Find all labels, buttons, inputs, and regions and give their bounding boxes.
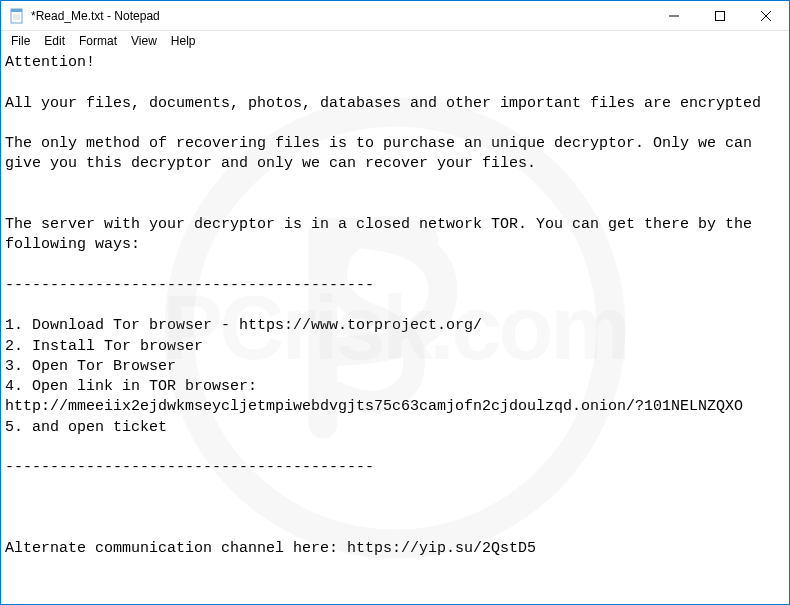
notepad-icon — [9, 8, 25, 24]
menu-edit[interactable]: Edit — [38, 33, 71, 49]
svg-rect-6 — [716, 11, 725, 20]
titlebar: *Read_Me.txt - Notepad — [1, 1, 789, 31]
window-controls — [651, 1, 789, 30]
menu-view[interactable]: View — [125, 33, 163, 49]
menu-file[interactable]: File — [5, 33, 36, 49]
notepad-window: *Read_Me.txt - Notepad File Edit Format … — [0, 0, 790, 605]
close-button[interactable] — [743, 1, 789, 30]
window-title: *Read_Me.txt - Notepad — [31, 9, 160, 23]
menu-help[interactable]: Help — [165, 33, 202, 49]
minimize-button[interactable] — [651, 1, 697, 30]
titlebar-left: *Read_Me.txt - Notepad — [1, 8, 160, 24]
text-editor[interactable] — [1, 51, 789, 604]
minimize-icon — [669, 11, 679, 21]
svg-rect-1 — [11, 9, 22, 12]
maximize-button[interactable] — [697, 1, 743, 30]
close-icon — [761, 11, 771, 21]
menu-format[interactable]: Format — [73, 33, 123, 49]
maximize-icon — [715, 11, 725, 21]
content-area: PCrisk.com — [1, 51, 789, 604]
menubar: File Edit Format View Help — [1, 31, 789, 51]
